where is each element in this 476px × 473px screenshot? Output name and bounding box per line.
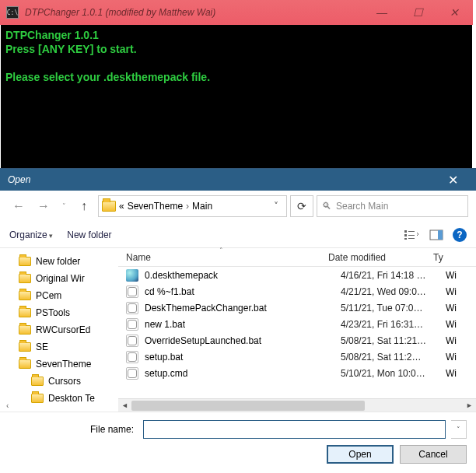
file-date: 5/08/21, Sat 11:2… xyxy=(341,352,446,363)
tree-item[interactable]: SE xyxy=(5,338,118,356)
file-date: 4/21/21, Wed 09:0… xyxy=(341,286,446,297)
file-icon xyxy=(126,367,138,380)
tree-item[interactable]: RWCursorEd xyxy=(5,321,118,338)
file-date: 5/11/21, Tue 07:0… xyxy=(341,303,446,314)
column-name[interactable]: Name xyxy=(126,252,328,263)
tree-item-label: SevenTheme xyxy=(36,359,91,370)
file-row[interactable]: 0.deskthemepack4/16/21, Fri 14:18 …Wi xyxy=(118,267,476,283)
scroll-left-button[interactable]: ◄ xyxy=(118,399,131,412)
console-titlebar[interactable]: C:\ DTPChanger 1.0.1 (modified by Matthe… xyxy=(0,0,473,25)
column-date[interactable]: Date modified xyxy=(328,252,433,263)
console-output: DTPChanger 1.0.1 Press [ANY KEY] to star… xyxy=(1,25,472,168)
filename-dropdown[interactable]: ˅ xyxy=(451,420,467,439)
minimize-button[interactable]: — xyxy=(364,0,400,25)
up-button[interactable]: ↑ xyxy=(73,195,95,217)
new-folder-button[interactable]: New folder xyxy=(67,229,111,240)
folder-icon xyxy=(19,291,31,300)
tree-item-label: RWCursorEd xyxy=(36,324,90,335)
tree-item-label: Original Wir xyxy=(36,273,85,284)
svg-rect-4 xyxy=(408,235,415,236)
view-options-button[interactable] xyxy=(403,228,420,242)
file-name: setup.bat xyxy=(145,352,341,363)
toolbar: Organize New folder ? xyxy=(0,222,476,248)
tree-item[interactable]: PCem xyxy=(5,287,118,304)
refresh-button[interactable]: ⟳ xyxy=(290,195,313,217)
file-name: OverrideSetupLaunched.bat xyxy=(145,335,341,346)
horizontal-scrollbar[interactable]: ◄ ► xyxy=(118,398,476,412)
forward-button[interactable]: → xyxy=(33,195,54,217)
folder-icon xyxy=(19,342,31,352)
tree-item-label: PCem xyxy=(36,290,61,301)
tree-item[interactable]: SevenTheme xyxy=(5,356,118,373)
dialog-titlebar[interactable]: Open ✕ xyxy=(0,169,476,191)
file-icon xyxy=(126,286,138,298)
file-type: Wi xyxy=(446,286,469,297)
file-type: Wi xyxy=(446,303,469,314)
file-row[interactable]: new 1.bat4/23/21, Fri 16:31…Wi xyxy=(118,316,476,332)
cancel-button[interactable]: Cancel xyxy=(400,445,467,464)
filename-label: File name: xyxy=(9,424,137,435)
tree-scroll-left[interactable]: ‹ xyxy=(6,401,9,410)
scroll-thumb[interactable] xyxy=(131,401,365,411)
file-row[interactable]: setup.cmd5/10/21, Mon 10:0…Wi xyxy=(118,365,476,381)
search-placeholder: Search Main xyxy=(336,201,388,212)
path-segment-2[interactable]: Main xyxy=(192,201,212,212)
folder-icon xyxy=(19,274,31,283)
tree-item-label: New folder xyxy=(36,256,80,267)
tree-item[interactable]: New folder xyxy=(5,253,118,270)
file-list[interactable]: 0.deskthemepack4/16/21, Fri 14:18 …Wicd … xyxy=(118,267,476,398)
file-icon xyxy=(126,269,138,282)
open-button[interactable]: Open xyxy=(327,445,394,464)
preview-pane-button[interactable] xyxy=(428,228,445,242)
svg-rect-0 xyxy=(404,230,407,233)
dialog-close-button[interactable]: ✕ xyxy=(437,173,468,187)
search-icon: 🔍︎ xyxy=(322,201,331,212)
file-icon xyxy=(126,335,138,347)
tree-item-label: Deskton Te xyxy=(48,393,95,404)
folder-icon xyxy=(19,308,31,317)
file-type: Wi xyxy=(446,335,469,346)
file-row[interactable]: cd %~f1.bat4/21/21, Wed 09:0…Wi xyxy=(118,283,476,300)
tree-item[interactable]: Deskton Te xyxy=(5,390,118,407)
svg-rect-1 xyxy=(404,234,407,236)
back-button[interactable]: ← xyxy=(8,195,30,217)
maximize-button[interactable]: ☐ xyxy=(400,0,436,25)
close-button[interactable]: ✕ xyxy=(436,0,473,25)
chevron-right-icon[interactable]: › xyxy=(186,201,189,212)
filename-input[interactable] xyxy=(143,420,446,439)
tree-item[interactable]: Cursors xyxy=(5,373,118,390)
path-prefix: « xyxy=(119,201,124,212)
address-bar[interactable]: « SevenTheme › Main ˅ xyxy=(98,195,287,217)
folder-tree[interactable]: New folderOriginal WirPCemPSToolsRWCurso… xyxy=(0,248,118,412)
folder-icon xyxy=(19,359,31,369)
scroll-right-button[interactable]: ► xyxy=(463,399,476,412)
organize-menu[interactable]: Organize xyxy=(9,229,53,240)
column-headers[interactable]: ˄ Name Date modified Ty xyxy=(118,248,476,267)
search-input[interactable]: 🔍︎ Search Main xyxy=(317,195,468,217)
svg-rect-7 xyxy=(438,230,443,240)
file-row[interactable]: DeskThemePackChanger.bat5/11/21, Tue 07:… xyxy=(118,300,476,316)
dialog-buttons: Open Cancel xyxy=(0,445,476,473)
sort-indicator-icon: ˄ xyxy=(219,247,223,254)
address-dropdown[interactable]: ˅ xyxy=(269,201,283,212)
file-row[interactable]: OverrideSetupLaunched.bat5/08/21, Sat 11… xyxy=(118,332,476,349)
content-area: New folderOriginal WirPCemPSToolsRWCurso… xyxy=(0,248,476,412)
file-name: setup.cmd xyxy=(145,368,341,379)
svg-rect-2 xyxy=(404,238,407,240)
open-dialog: Open ✕ ← → ˅ ↑ « SevenTheme › Main ˅ ⟳ 🔍… xyxy=(0,168,476,473)
filename-row: File name: ˅ xyxy=(0,412,476,445)
file-row[interactable]: setup.bat5/08/21, Sat 11:2…Wi xyxy=(118,349,476,365)
tree-item-label: SE xyxy=(36,342,48,352)
column-type[interactable]: Ty xyxy=(433,252,457,263)
tree-item-label: PSTools xyxy=(36,307,70,318)
file-name: new 1.bat xyxy=(145,319,341,330)
dialog-title: Open xyxy=(8,174,437,185)
file-icon xyxy=(126,351,138,363)
tree-item[interactable]: PSTools xyxy=(5,304,118,321)
help-button[interactable]: ? xyxy=(453,228,467,242)
file-date: 5/08/21, Sat 11:21… xyxy=(341,335,446,346)
tree-item[interactable]: Original Wir xyxy=(5,270,118,287)
svg-rect-5 xyxy=(408,238,415,239)
path-segment-1[interactable]: SevenTheme xyxy=(128,201,183,212)
recent-dropdown[interactable]: ˅ xyxy=(58,195,70,217)
